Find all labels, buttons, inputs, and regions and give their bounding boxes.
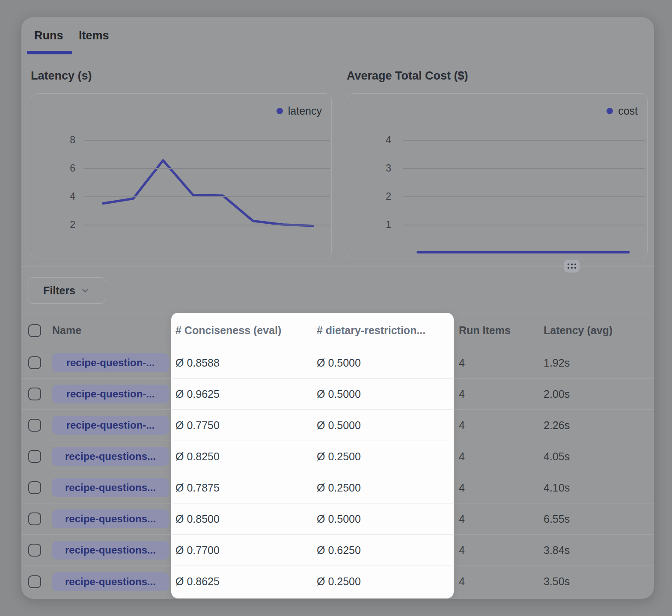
gridline: [84, 168, 330, 169]
y-axis-tick-label: 1: [362, 219, 391, 231]
run-items-value: 4: [454, 347, 538, 379]
y-axis-tick-label: 4: [362, 134, 391, 146]
select-all-cell: [21, 314, 50, 347]
latency-avg-value: 2.26s: [538, 410, 654, 441]
y-axis-tick-label: 6: [46, 162, 75, 174]
row-checkbox[interactable]: [28, 575, 41, 588]
row-select-cell: [21, 535, 50, 566]
row-select-cell: [21, 379, 50, 410]
table-row: recipe-questions...Ø 0.7875Ø 0.250044.10…: [21, 472, 654, 503]
row-select-cell: [21, 347, 50, 379]
row-checkbox[interactable]: [28, 544, 41, 557]
column-header-run-items: Run Items: [454, 314, 538, 347]
filters-button-label: Filters: [43, 284, 75, 297]
run-name-cell: recipe-questions...: [50, 441, 171, 472]
run-name-badge[interactable]: recipe-question-...: [52, 416, 169, 435]
latency-chart: latency 2468: [31, 93, 332, 258]
y-axis-tick-label: 3: [362, 162, 391, 174]
tab-items[interactable]: Items: [79, 29, 109, 42]
table-header-row: Name # Conciseness (eval) # dietary-rest…: [21, 314, 654, 347]
latency-avg-value: 3.50s: [538, 566, 654, 597]
table-body: recipe-question-...Ø 0.8588Ø 0.500041.92…: [21, 347, 654, 597]
dietary-restriction-value: Ø 0.5000: [312, 347, 454, 379]
row-checkbox[interactable]: [28, 419, 41, 432]
conciseness-value: Ø 0.7750: [171, 410, 312, 441]
table-row: recipe-questions...Ø 0.8500Ø 0.500046.55…: [21, 503, 654, 535]
conciseness-value: Ø 0.8500: [171, 503, 312, 535]
cost-line-plot: [347, 94, 648, 259]
latency-avg-value: 3.84s: [538, 535, 654, 566]
row-checkbox[interactable]: [28, 388, 41, 400]
row-checkbox[interactable]: [28, 512, 41, 525]
gridline: [403, 225, 645, 225]
column-header-latency-avg: Latency (avg): [538, 314, 654, 347]
row-select-cell: [21, 503, 50, 535]
column-header-conciseness: # Conciseness (eval): [171, 314, 312, 347]
conciseness-value: Ø 0.8250: [171, 441, 312, 472]
gridline: [84, 140, 330, 141]
gridline: [84, 225, 330, 225]
cost-chart: cost 1234: [347, 93, 648, 258]
row-select-cell: [21, 472, 50, 503]
latency-line-plot: [31, 94, 332, 259]
table-row: recipe-questions...Ø 0.7700Ø 0.625043.84…: [21, 535, 654, 566]
run-items-value: 4: [454, 535, 538, 566]
latency-avg-value: 4.05s: [538, 441, 654, 472]
tab-runs[interactable]: Runs: [34, 29, 63, 42]
select-all-checkbox[interactable]: [28, 324, 41, 337]
table-row: recipe-question-...Ø 0.7750Ø 0.500042.26…: [21, 410, 654, 441]
column-header-dietary-restriction: # dietary-restriction...: [312, 314, 454, 347]
run-name-badge[interactable]: recipe-question-...: [52, 353, 169, 372]
evaluation-panel: Runs Items Latency (s) Average Total Cos…: [21, 17, 654, 599]
row-checkbox[interactable]: [28, 450, 41, 463]
row-checkbox[interactable]: [28, 356, 41, 369]
tab-bar: Runs Items: [21, 17, 654, 54]
cost-chart-title: Average Total Cost ($): [347, 69, 468, 83]
table-row: recipe-question-...Ø 0.8588Ø 0.500041.92…: [21, 347, 654, 379]
column-header-name: Name: [50, 314, 171, 347]
gridline: [403, 140, 645, 141]
dietary-restriction-value: Ø 0.2500: [312, 566, 454, 597]
row-select-cell: [21, 410, 50, 441]
conciseness-value: Ø 0.8588: [171, 347, 312, 379]
run-name-cell: recipe-questions...: [50, 566, 171, 597]
dietary-restriction-value: Ø 0.2500: [312, 472, 454, 503]
dietary-restriction-value: Ø 0.2500: [312, 441, 454, 472]
run-name-cell: recipe-questions...: [50, 472, 171, 503]
filters-button[interactable]: Filters: [27, 277, 106, 304]
y-axis-tick-label: 8: [46, 134, 75, 146]
gridline: [403, 168, 645, 169]
row-select-cell: [21, 441, 50, 472]
latency-avg-value: 2.00s: [538, 379, 654, 410]
resize-drag-handle[interactable]: [564, 260, 580, 272]
page-background: Runs Items Latency (s) Average Total Cos…: [0, 0, 672, 616]
dietary-restriction-value: Ø 0.5000: [312, 410, 454, 441]
run-name-badge[interactable]: recipe-questions...: [52, 447, 169, 466]
run-name-badge[interactable]: recipe-questions...: [52, 541, 169, 560]
latency-avg-value: 1.92s: [538, 347, 654, 379]
table-row: recipe-question-...Ø 0.9625Ø 0.500042.00…: [21, 379, 654, 410]
active-tab-indicator: [27, 51, 72, 54]
row-select-cell: [21, 566, 50, 597]
row-checkbox[interactable]: [28, 481, 41, 494]
run-name-badge[interactable]: recipe-questions...: [52, 509, 169, 528]
run-items-value: 4: [454, 379, 538, 410]
run-items-value: 4: [454, 566, 538, 597]
run-items-value: 4: [454, 410, 538, 441]
y-axis-tick-label: 4: [46, 190, 75, 202]
y-axis-tick-label: 2: [362, 190, 391, 202]
run-name-badge[interactable]: recipe-questions...: [52, 478, 169, 497]
run-name-badge[interactable]: recipe-question-...: [52, 385, 169, 403]
dietary-restriction-value: Ø 0.6250: [312, 535, 454, 566]
y-axis-tick-label: 2: [46, 219, 75, 231]
run-name-cell: recipe-questions...: [50, 503, 171, 535]
latency-avg-value: 6.55s: [538, 503, 654, 535]
run-name-badge[interactable]: recipe-questions...: [52, 572, 169, 591]
run-name-cell: recipe-question-...: [50, 410, 171, 441]
run-items-value: 4: [454, 503, 538, 535]
latency-chart-title: Latency (s): [31, 69, 92, 83]
section-divider: [21, 266, 654, 267]
table-row: recipe-questions...Ø 0.8250Ø 0.250044.05…: [21, 441, 654, 472]
run-name-cell: recipe-questions...: [50, 535, 171, 566]
run-name-cell: recipe-question-...: [50, 347, 171, 379]
